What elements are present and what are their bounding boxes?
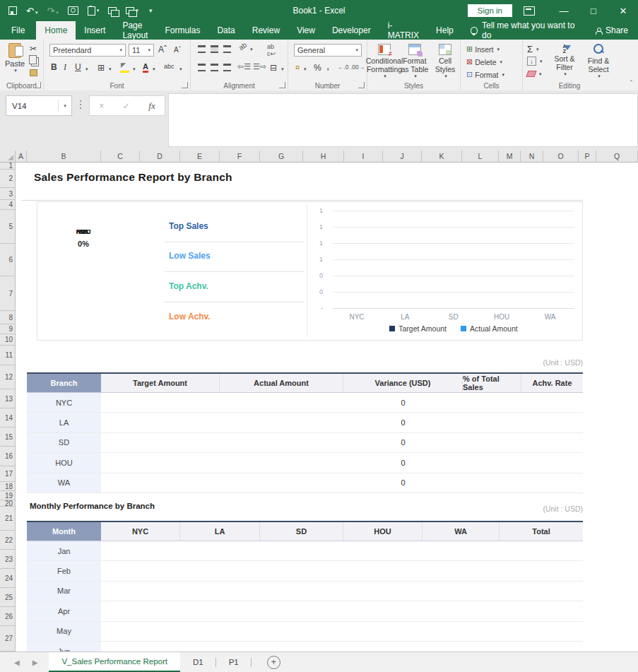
tab-home[interactable]: Home (36, 21, 76, 40)
row-label-cell[interactable]: WA (27, 473, 101, 493)
row-header-8[interactable]: 8 (0, 311, 16, 324)
column-header-P[interactable]: P (579, 151, 596, 163)
percent-style-icon[interactable]: % (314, 63, 321, 73)
cut-icon[interactable]: ✂ (30, 44, 37, 54)
bold-button[interactable]: B (51, 62, 57, 72)
data-cell[interactable] (521, 453, 583, 472)
data-cell[interactable] (500, 582, 583, 601)
row-label-cell[interactable]: HOU (27, 453, 101, 472)
redo-button[interactable]: ↷▾ (47, 4, 58, 17)
insert-cells-button[interactable]: ⊞Insert▾ (466, 45, 500, 54)
column-header-J[interactable]: J (383, 151, 422, 163)
row-header-24[interactable]: 24 (0, 569, 16, 588)
undo-button[interactable]: ↶▾ (26, 4, 37, 17)
paste-button[interactable]: Paste▾ (2, 43, 28, 73)
number-format-select[interactable]: General▾ (294, 44, 362, 57)
row-label-cell[interactable]: Jan (27, 541, 101, 560)
row-header-16[interactable]: 16 (0, 447, 16, 466)
name-box[interactable]: V14 ▾ (6, 95, 72, 116)
row-header-10[interactable]: 10 (0, 334, 16, 346)
column-header-E[interactable]: E (180, 151, 220, 163)
data-cell[interactable] (343, 561, 423, 580)
data-cell[interactable] (180, 582, 260, 601)
underline-button[interactable]: U (75, 62, 81, 72)
data-cell[interactable] (463, 393, 521, 412)
row-header-2[interactable]: 2 (0, 170, 16, 188)
customize-qat-icon[interactable]: ▾ (149, 7, 153, 14)
column-header-C[interactable]: C (101, 151, 140, 163)
sheet-tab-d1[interactable]: D1 (180, 652, 216, 672)
row-header-13[interactable]: 13 (0, 389, 16, 408)
enter-icon[interactable]: ✓ (123, 101, 130, 111)
paste-options-icon[interactable]: ▾ (88, 6, 100, 16)
table-header--of-total-sales[interactable]: % of Total Sales (463, 374, 521, 392)
data-cell[interactable] (500, 601, 583, 620)
data-cell[interactable] (521, 393, 583, 412)
clipboard-dialog-launcher[interactable] (35, 82, 41, 88)
data-cell[interactable] (260, 622, 343, 641)
row-header-26[interactable]: 26 (0, 607, 16, 626)
underline-dropdown[interactable]: ▾ (85, 66, 88, 72)
shrink-font-icon[interactable]: Aˇ (174, 46, 181, 54)
comma-style-icon[interactable]: , (326, 59, 329, 71)
align-right-icon[interactable] (223, 64, 231, 71)
sign-in-button[interactable]: Sign in (468, 4, 512, 17)
share-button[interactable]: Share (586, 21, 638, 40)
row-header-1[interactable]: 1 (0, 163, 16, 170)
row-header-6[interactable]: 6 (0, 244, 16, 276)
phonetic-guide-icon[interactable]: abc (164, 63, 175, 70)
number-dialog-launcher[interactable] (358, 82, 365, 88)
camera-icon[interactable] (68, 6, 78, 15)
data-cell[interactable] (343, 642, 423, 652)
cell-styles-button[interactable]: Cell Styles▾ (431, 44, 459, 79)
data-cell[interactable] (500, 561, 583, 580)
column-header-B[interactable]: B (27, 151, 101, 163)
column-header-A[interactable]: A (16, 151, 27, 163)
grow-font-icon[interactable]: Aˆ (158, 45, 167, 54)
copy-icon[interactable] (29, 55, 37, 64)
row-header-12[interactable]: 12 (0, 365, 16, 389)
accounting-dropdown[interactable]: ▾ (304, 66, 307, 72)
data-cell[interactable] (463, 433, 521, 452)
table-header-wa[interactable]: WA (423, 522, 500, 541)
data-cell[interactable] (260, 541, 343, 560)
merge-center-icon[interactable]: ⊟ (270, 63, 277, 73)
data-cell[interactable] (343, 582, 423, 601)
sheet-nav-right-icon[interactable]: ▶ (33, 659, 38, 666)
tab-insert[interactable]: Insert (76, 21, 114, 40)
data-cell[interactable]: 0 (343, 453, 463, 472)
orientation-icon[interactable]: ab (237, 41, 248, 52)
data-cell[interactable] (101, 393, 220, 412)
data-cell[interactable] (500, 622, 583, 641)
font-dialog-launcher[interactable] (182, 82, 188, 88)
fill-color-dropdown[interactable]: ▾ (133, 66, 136, 72)
row-header-20[interactable]: 20 (0, 500, 16, 507)
tab-data[interactable]: Data (208, 21, 243, 40)
column-header-I[interactable]: I (344, 151, 383, 163)
clear-button[interactable]: ▾ (527, 71, 542, 77)
new-sheet-button[interactable]: + (267, 652, 280, 672)
table-header-achv-rate[interactable]: Achv. Rate (521, 374, 583, 392)
tab-page-layout[interactable]: Page Layout (114, 21, 156, 40)
align-center-icon[interactable] (211, 64, 218, 71)
data-cell[interactable] (220, 433, 343, 452)
row-label-cell[interactable]: May (27, 622, 101, 641)
conditional-formatting-button[interactable]: Conditional Formatting▾ (369, 44, 400, 79)
row-header-18[interactable]: 18 (0, 482, 16, 491)
tab-developer[interactable]: Developer (324, 21, 379, 40)
data-cell[interactable] (180, 541, 260, 560)
row-header-17[interactable]: 17 (0, 466, 16, 482)
row-label-cell[interactable]: LA (27, 413, 101, 432)
table-header-month[interactable]: Month (27, 522, 101, 541)
tab-view[interactable]: View (288, 21, 324, 40)
increase-indent-icon[interactable]: ☰⇨ (253, 62, 266, 71)
format-cells-button[interactable]: ⊡Format▾ (466, 70, 504, 79)
phonetic-dropdown[interactable]: ▾ (179, 66, 182, 72)
sheet-tab-active[interactable]: V_Sales Performance Report (49, 652, 180, 672)
table-header-total[interactable]: Total (500, 522, 583, 541)
row-header-19[interactable]: 19 (0, 491, 16, 500)
table-header-hou[interactable]: HOU (343, 522, 423, 541)
row-label-cell[interactable]: Apr (27, 601, 101, 620)
table-header-la[interactable]: LA (180, 522, 260, 541)
cancel-icon[interactable]: × (99, 101, 104, 111)
